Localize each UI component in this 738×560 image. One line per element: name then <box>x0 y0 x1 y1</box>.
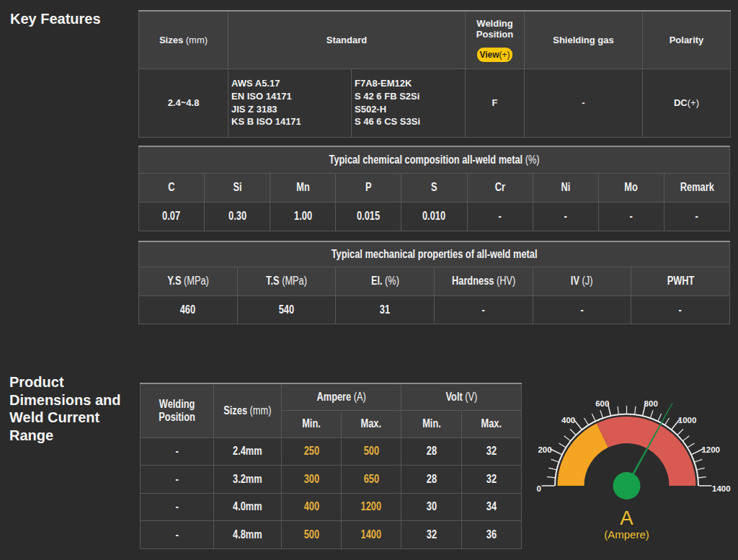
svg-text:1200: 1200 <box>701 445 720 454</box>
svg-text:1400: 1400 <box>712 484 731 493</box>
svg-text:200: 200 <box>538 445 551 454</box>
svg-text:600: 600 <box>595 399 609 408</box>
svg-text:400: 400 <box>561 416 575 425</box>
svg-text:800: 800 <box>644 399 658 408</box>
svg-text:(Ampere): (Ampere) <box>604 528 649 541</box>
svg-text:0: 0 <box>537 484 541 493</box>
svg-text:A: A <box>620 507 633 529</box>
svg-text:1000: 1000 <box>678 416 697 425</box>
